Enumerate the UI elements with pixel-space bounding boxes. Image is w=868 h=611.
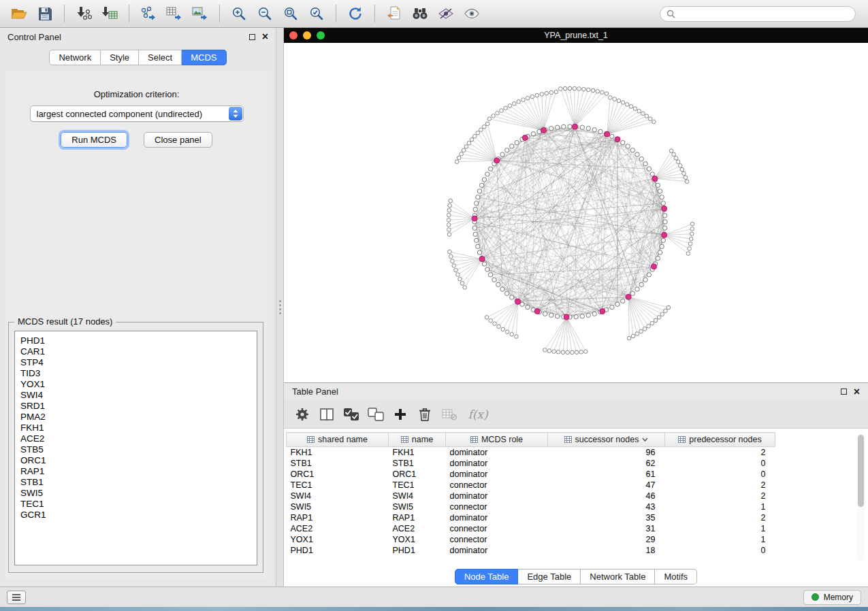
network-node[interactable]: [574, 315, 578, 319]
network-node[interactable]: [526, 305, 530, 309]
zoom-selected-button[interactable]: [304, 3, 329, 24]
tab-network-table[interactable]: Network Table: [581, 569, 655, 584]
network-node[interactable]: [682, 171, 686, 176]
float-panel-icon[interactable]: [249, 34, 255, 40]
network-node[interactable]: [460, 282, 464, 286]
network-node[interactable]: [568, 125, 572, 129]
network-node[interactable]: [521, 98, 526, 102]
network-node[interactable]: [549, 313, 553, 317]
network-node[interactable]: [452, 264, 456, 268]
network-node[interactable]: [504, 148, 509, 152]
network-node[interactable]: [663, 226, 667, 230]
network-node[interactable]: [672, 152, 676, 156]
network-node[interactable]: [554, 90, 558, 94]
network-node[interactable]: [487, 117, 492, 121]
table-row[interactable]: SWI4SWI4dominator462: [287, 491, 850, 501]
network-node[interactable]: [647, 325, 651, 329]
network-node[interactable]: [663, 214, 667, 218]
network-node[interactable]: [556, 125, 560, 129]
network-node[interactable]: [508, 104, 512, 108]
network-node[interactable]: [476, 195, 480, 199]
network-node[interactable]: [510, 333, 514, 337]
network-node[interactable]: [568, 86, 572, 90]
network-node[interactable]: [635, 332, 639, 336]
network-node[interactable]: [500, 109, 504, 113]
network-hub-node[interactable]: [600, 309, 605, 314]
network-node[interactable]: [615, 302, 620, 306]
tab-style[interactable]: Style: [101, 50, 139, 65]
open-button[interactable]: [7, 3, 31, 24]
network-node[interactable]: [669, 149, 673, 153]
network-node[interactable]: [517, 100, 521, 104]
network-hub-node[interactable]: [541, 127, 546, 133]
network-node[interactable]: [676, 160, 680, 164]
network-node[interactable]: [690, 232, 694, 236]
result-node[interactable]: CAR1: [20, 346, 257, 357]
network-node[interactable]: [627, 336, 631, 340]
network-node[interactable]: [505, 330, 509, 334]
network-node[interactable]: [660, 195, 664, 199]
network-node[interactable]: [535, 93, 539, 97]
table-row[interactable]: ORC1ORC1dominator610: [287, 469, 850, 480]
network-node[interactable]: [639, 282, 643, 286]
network-node[interactable]: [657, 316, 661, 320]
close-panel-button[interactable]: Close panel: [144, 132, 212, 148]
network-hub-node[interactable]: [534, 309, 540, 314]
network-node[interactable]: [666, 306, 671, 310]
network-node[interactable]: [472, 226, 477, 230]
network-node[interactable]: [447, 218, 451, 222]
network-canvas[interactable]: [284, 43, 868, 382]
network-node[interactable]: [456, 273, 460, 277]
network-node[interactable]: [630, 291, 634, 295]
zoom-in-button[interactable]: [227, 3, 251, 24]
network-node[interactable]: [690, 222, 694, 226]
table-row[interactable]: STB1STB1dominator620: [287, 458, 850, 469]
network-node[interactable]: [685, 180, 689, 184]
network-node[interactable]: [688, 242, 692, 246]
network-node[interactable]: [637, 109, 641, 113]
network-hub-node[interactable]: [479, 257, 485, 262]
network-node[interactable]: [457, 156, 461, 160]
network-hub-node[interactable]: [564, 314, 569, 320]
network-node[interactable]: [462, 148, 466, 152]
network-node[interactable]: [586, 126, 590, 130]
network-node[interactable]: [531, 131, 535, 135]
result-node[interactable]: PMA2: [20, 412, 257, 423]
network-node[interactable]: [575, 350, 579, 354]
network-node[interactable]: [515, 335, 519, 339]
network-node[interactable]: [504, 291, 509, 295]
import-table-button[interactable]: [97, 3, 122, 24]
tab-select[interactable]: Select: [139, 50, 182, 65]
result-node[interactable]: YOX1: [20, 379, 257, 390]
table-row[interactable]: SWI5SWI5connector431: [287, 501, 850, 512]
float-panel-icon[interactable]: [841, 389, 847, 395]
column-header-successor-nodes[interactable]: successor nodes: [548, 433, 665, 447]
close-panel-icon[interactable]: ×: [854, 388, 860, 396]
network-node[interactable]: [482, 125, 486, 129]
network-node[interactable]: [493, 322, 497, 326]
zoom-out-button[interactable]: [253, 3, 277, 24]
network-node[interactable]: [451, 259, 455, 263]
network-node[interactable]: [449, 199, 453, 203]
import-network-button[interactable]: [71, 3, 96, 24]
network-node[interactable]: [476, 131, 480, 135]
network-node[interactable]: [654, 318, 658, 323]
network-node[interactable]: [455, 160, 459, 164]
result-node[interactable]: STB1: [20, 477, 257, 488]
network-node[interactable]: [512, 101, 516, 105]
network-node[interactable]: [473, 208, 477, 212]
network-node[interactable]: [526, 96, 530, 100]
tab-node-table[interactable]: Node Table: [455, 569, 519, 584]
network-hub-node[interactable]: [652, 176, 658, 181]
network-node[interactable]: [663, 220, 667, 224]
network-node[interactable]: [658, 250, 662, 254]
network-node[interactable]: [472, 134, 477, 138]
network-node[interactable]: [680, 167, 684, 171]
network-node[interactable]: [586, 313, 590, 317]
birds-eye-button[interactable]: [460, 3, 484, 24]
network-node[interactable]: [580, 125, 584, 129]
network-node[interactable]: [648, 117, 652, 121]
scrollbar-thumb[interactable]: [858, 435, 864, 507]
network-node[interactable]: [688, 247, 692, 251]
column-header-name[interactable]: name: [389, 433, 446, 447]
